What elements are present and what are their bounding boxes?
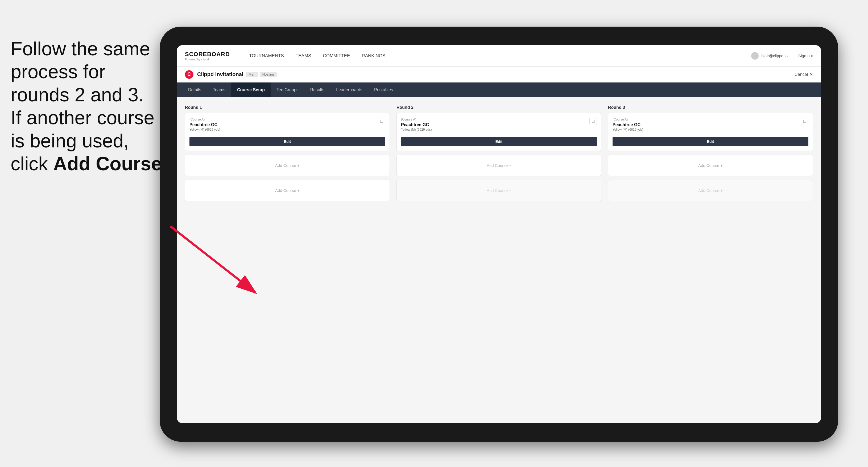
nav-avatar bbox=[751, 52, 758, 60]
instruction-line5: is being used, bbox=[11, 130, 129, 151]
round-2-course-card: (Course A) Peachtree GC Yellow (M) (6629… bbox=[397, 113, 601, 151]
course-a-label-r3: (Course A) bbox=[613, 118, 643, 121]
round-3-column: Round 3 (Course A) Peachtree GC Yellow (… bbox=[608, 105, 813, 205]
instruction-line2: process for bbox=[11, 61, 105, 82]
course-name-r3: Peachtree GC bbox=[613, 122, 643, 127]
tournament-logo: C bbox=[185, 70, 193, 79]
tablet-screen: SCOREBOARD Powered by clippd TOURNAMENTS… bbox=[177, 45, 821, 423]
card-header: (Course A) Peachtree GC Yellow (M) (6629… bbox=[189, 118, 385, 135]
tab-results[interactable]: Results bbox=[304, 83, 330, 97]
nav-teams[interactable]: TEAMS bbox=[290, 45, 317, 66]
instruction-line6-bold: Add Course. bbox=[53, 153, 167, 174]
instruction-line3: rounds 2 and 3. bbox=[11, 84, 144, 105]
round-1-label: Round 1 bbox=[185, 105, 390, 110]
edit-course-button[interactable]: Edit bbox=[189, 137, 385, 146]
add-course-card-r3-2: Add Course + bbox=[608, 180, 813, 201]
delete-course-button-r2[interactable]: ☐ bbox=[589, 118, 597, 125]
brand-sub: Powered by clippd bbox=[185, 58, 230, 61]
close-icon: ✕ bbox=[809, 72, 813, 77]
edit-course-button-r3[interactable]: Edit bbox=[613, 137, 808, 146]
course-info: (Course A) Peachtree GC Yellow (M) (6629… bbox=[189, 118, 220, 135]
tab-leaderboards[interactable]: Leaderboards bbox=[330, 83, 368, 97]
tab-teams[interactable]: Teams bbox=[207, 83, 231, 97]
round-2-column: Round 2 (Course A) Peachtree GC Yellow (… bbox=[397, 105, 601, 205]
card-header-r2: (Course A) Peachtree GC Yellow (M) (6629… bbox=[401, 118, 597, 135]
round-3-course-card: (Course A) Peachtree GC Yellow (M) (6629… bbox=[608, 113, 813, 151]
card-header-r3: (Course A) Peachtree GC Yellow (M) (6629… bbox=[613, 118, 808, 135]
add-course-text: Add Course + bbox=[275, 163, 300, 168]
course-details: Yellow (M) (6629 yds) bbox=[189, 128, 220, 131]
course-name-r2: Peachtree GC bbox=[401, 122, 432, 127]
tab-bar: Details Teams Course Setup Tee Groups Re… bbox=[177, 83, 821, 97]
tab-course-setup[interactable]: Course Setup bbox=[231, 83, 271, 97]
round-1-course-card: (Course A) Peachtree GC Yellow (M) (6629… bbox=[185, 113, 390, 151]
content-area: Round 1 (Course A) Peachtree GC Yellow (… bbox=[177, 97, 821, 423]
add-course-text-2: Add Course + bbox=[275, 188, 300, 193]
add-course-text-r2: Add Course + bbox=[487, 163, 511, 168]
add-course-card-r2-1[interactable]: Add Course + bbox=[397, 155, 601, 176]
tab-printables[interactable]: Printables bbox=[368, 83, 399, 97]
top-nav: SCOREBOARD Powered by clippd TOURNAMENTS… bbox=[177, 45, 821, 66]
course-a-label: (Course A) bbox=[189, 118, 220, 121]
course-info-r3: (Course A) Peachtree GC Yellow (M) (6629… bbox=[613, 118, 643, 135]
round-3-label: Round 3 bbox=[608, 105, 813, 110]
brand-name: SCOREBOARD bbox=[185, 51, 230, 58]
course-name: Peachtree GC bbox=[189, 122, 220, 127]
cancel-button[interactable]: Cancel ✕ bbox=[795, 72, 813, 77]
brand: SCOREBOARD Powered by clippd bbox=[185, 51, 230, 61]
add-course-text-r2-2: Add Course + bbox=[487, 188, 511, 193]
course-info-r2: (Course A) Peachtree GC Yellow (M) (6629… bbox=[401, 118, 432, 135]
cancel-label: Cancel bbox=[795, 72, 808, 77]
delete-course-button-r3[interactable]: ☐ bbox=[801, 118, 808, 125]
add-course-text-r3-2: Add Course + bbox=[698, 188, 723, 193]
add-course-card-r2-2: Add Course + bbox=[397, 180, 601, 201]
user-email: blair@clippd.io bbox=[761, 54, 788, 58]
sub-header: C Clippd Invitational Men Hosting Cancel… bbox=[177, 66, 821, 83]
tablet-device: SCOREBOARD Powered by clippd TOURNAMENTS… bbox=[160, 27, 838, 442]
nav-links: TOURNAMENTS TEAMS COMMITTEE RANKINGS bbox=[243, 45, 751, 66]
rounds-grid: Round 1 (Course A) Peachtree GC Yellow (… bbox=[185, 105, 813, 205]
tab-tee-groups[interactable]: Tee Groups bbox=[271, 83, 304, 97]
nav-rankings[interactable]: RANKINGS bbox=[356, 45, 391, 66]
add-course-card-r3-1[interactable]: Add Course + bbox=[608, 155, 813, 176]
nav-committee[interactable]: COMMITTEE bbox=[317, 45, 356, 66]
instruction-line1: Follow the same bbox=[11, 38, 150, 59]
instruction-line6-prefix: click bbox=[11, 153, 53, 174]
pipe-divider: | bbox=[793, 54, 794, 58]
add-course-card-r1-2[interactable]: Add Course + bbox=[185, 180, 390, 201]
edit-course-button-r2[interactable]: Edit bbox=[401, 137, 597, 146]
round-1-column: Round 1 (Course A) Peachtree GC Yellow (… bbox=[185, 105, 390, 205]
logo-letter: C bbox=[188, 71, 191, 77]
course-details-r2: Yellow (M) (6629 yds) bbox=[401, 128, 432, 131]
add-course-text-r3: Add Course + bbox=[698, 163, 723, 168]
sign-out-link[interactable]: Sign out bbox=[798, 54, 813, 58]
instruction-text: Follow the same process for rounds 2 and… bbox=[0, 37, 181, 175]
tournament-name: Clippd Invitational bbox=[197, 71, 243, 77]
gender-badge: Men bbox=[246, 72, 258, 77]
hosting-badge: Hosting bbox=[260, 72, 277, 77]
delete-course-button[interactable]: ☐ bbox=[378, 118, 385, 125]
add-course-card-r1-1[interactable]: Add Course + bbox=[185, 155, 390, 176]
course-a-label-r2: (Course A) bbox=[401, 118, 432, 121]
tab-details[interactable]: Details bbox=[182, 83, 207, 97]
nav-tournaments[interactable]: TOURNAMENTS bbox=[243, 45, 290, 66]
course-details-r3: Yellow (M) (6629 yds) bbox=[613, 128, 643, 131]
nav-right: blair@clippd.io | Sign out bbox=[751, 52, 813, 60]
round-2-label: Round 2 bbox=[397, 105, 601, 110]
instruction-line4: If another course bbox=[11, 107, 154, 128]
